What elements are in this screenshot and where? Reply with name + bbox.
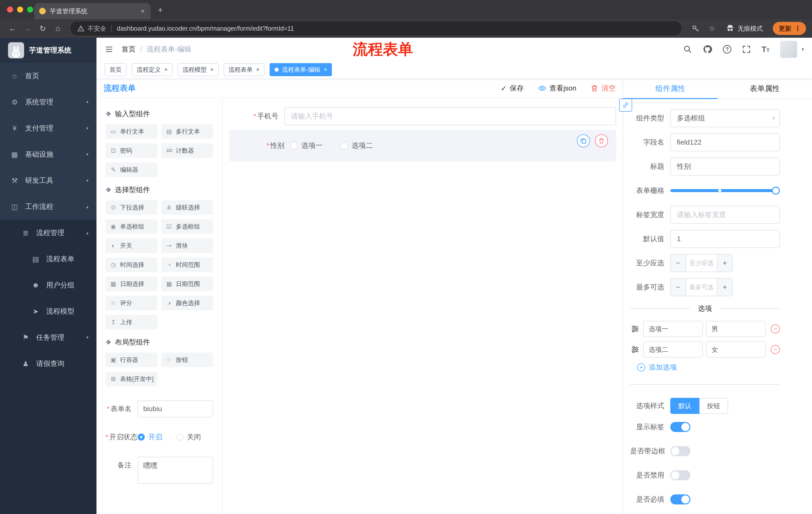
form-remark-textarea[interactable]: 嘿嘿 <box>138 457 213 484</box>
view-json-button[interactable]: 查看json <box>538 83 576 93</box>
title-input[interactable] <box>670 157 780 175</box>
tab-form-props[interactable]: 表单属性 <box>718 79 812 99</box>
sidebar-item-task-management[interactable]: ⚑任务管理▾ <box>0 324 96 351</box>
palette-item[interactable]: ◉单选框组 <box>106 219 157 234</box>
field-name-input[interactable] <box>670 133 780 152</box>
window-zoom-button[interactable] <box>27 6 33 12</box>
drag-handle-icon[interactable] <box>630 324 640 334</box>
palette-item[interactable]: ↥上传 <box>106 315 157 329</box>
new-tab-button[interactable]: + <box>158 5 163 15</box>
palette-item[interactable]: ⋔级联选择 <box>161 200 213 215</box>
sidebar-item-leave-query[interactable]: ♟请假查询 <box>0 351 96 377</box>
palette-item[interactable]: ▣行容器 <box>106 353 157 367</box>
toggle-off[interactable] <box>670 446 690 456</box>
github-icon[interactable] <box>703 45 712 54</box>
sidebar-item-dev-tools[interactable]: ⚒研发工具▾ <box>0 167 96 194</box>
radio-open[interactable]: 开启 <box>138 432 162 442</box>
tag-process-form[interactable]: 流程表单× <box>224 63 265 76</box>
plus-icon[interactable]: + <box>717 279 732 296</box>
min-select-input[interactable] <box>686 254 717 272</box>
tab-close-icon[interactable]: × <box>140 7 146 15</box>
tag-process-form-edit[interactable]: 流程表单-编辑× <box>269 63 332 76</box>
max-select-input[interactable] <box>686 279 717 296</box>
toggle-on[interactable] <box>670 494 690 505</box>
palette-item[interactable]: ☞按钮 <box>161 353 213 367</box>
tag-process-definition[interactable]: 流程定义× <box>132 63 173 76</box>
palette-item[interactable]: ▦日期选择 <box>106 277 157 291</box>
breadcrumb-home[interactable]: 首页 <box>122 45 136 54</box>
forward-icon[interactable]: → <box>21 22 34 35</box>
component-type-value[interactable]: 多选框组 <box>670 109 780 127</box>
close-icon[interactable]: × <box>324 66 327 73</box>
checkbox-icon[interactable] <box>341 142 348 149</box>
sidebar-item-workflow[interactable]: ◫工作流程▴ <box>0 194 96 220</box>
avatar-caret-icon[interactable]: ▾ <box>802 47 804 52</box>
palette-item[interactable]: ⊡密码 <box>106 143 157 158</box>
plus-icon[interactable]: + <box>717 254 732 272</box>
drag-handle-icon[interactable] <box>630 345 640 355</box>
label-width-input[interactable] <box>670 206 780 224</box>
palette-item[interactable]: ⊞表格[开发中] <box>106 372 157 386</box>
sidebar-item-system-management[interactable]: ⚙系统管理▾ <box>0 89 96 115</box>
checkbox-option-2[interactable]: 选项二 <box>341 141 373 151</box>
add-option-button[interactable]: + 添加选项 <box>637 362 780 372</box>
checkbox-option-1[interactable]: 选项一 <box>290 141 323 151</box>
palette-item[interactable]: ⊸滑块 <box>161 238 213 253</box>
toggle-off[interactable] <box>670 470 690 480</box>
palette-item[interactable]: 123计数器 <box>161 143 213 158</box>
hamburger-icon[interactable] <box>105 45 114 54</box>
toggle-on[interactable] <box>670 422 690 432</box>
address-bar[interactable]: 不安全 dashboard.yudao.iocoder.cn/bpm/manag… <box>70 21 682 35</box>
tag-process-model[interactable]: 流程模型× <box>178 63 219 76</box>
palette-item[interactable]: ◐开关 <box>106 238 157 253</box>
clear-button[interactable]: 清空 <box>590 83 615 93</box>
reload-icon[interactable]: ↻ <box>36 22 49 35</box>
palette-item[interactable]: ▭单行文本 <box>106 124 157 139</box>
browser-menu-icon[interactable]: ⋮ <box>794 25 801 32</box>
window-close-button[interactable] <box>7 6 13 12</box>
copy-component-button[interactable] <box>577 134 590 147</box>
palette-item[interactable]: ▩日期范围 <box>161 277 213 291</box>
remove-option-icon[interactable]: − <box>771 324 780 333</box>
palette-item[interactable]: ◑颜色选择 <box>161 296 213 310</box>
grid-slider[interactable] <box>670 189 776 192</box>
browser-home-icon[interactable]: ⌂ <box>51 22 64 35</box>
form-name-input[interactable] <box>138 400 213 417</box>
style-button-button[interactable]: 按钮 <box>699 398 728 414</box>
option-value-input[interactable] <box>706 321 766 337</box>
palette-item[interactable]: ✎编辑器 <box>106 162 157 177</box>
link-icon[interactable] <box>619 99 632 112</box>
option-value-input[interactable] <box>706 342 766 358</box>
close-icon[interactable]: × <box>164 66 168 73</box>
option-name-input[interactable] <box>643 342 703 358</box>
drawing-canvas[interactable]: *手机号 *性别 选项一 <box>223 98 622 514</box>
palette-item[interactable]: ▤多行文本 <box>161 124 213 139</box>
radio-closed[interactable]: 关闭 <box>176 432 201 442</box>
close-icon[interactable]: × <box>256 66 260 73</box>
browser-tab[interactable]: 芋道管理系统 × <box>34 3 151 19</box>
security-label[interactable]: 不安全 <box>87 24 106 33</box>
slider-knob[interactable] <box>772 187 780 195</box>
palette-item[interactable]: ◷时间选择 <box>106 258 157 272</box>
sidebar-item-infrastructure[interactable]: ▦基础设施▾ <box>0 141 96 167</box>
save-button[interactable]: ✓ 保存 <box>501 83 524 93</box>
minus-icon[interactable]: − <box>671 279 686 296</box>
tab-component-props[interactable]: 组件属性 <box>623 79 718 99</box>
sidebar-logo[interactable]: 芋道管理系统 <box>0 38 96 63</box>
password-key-icon[interactable] <box>691 24 700 33</box>
fullscreen-icon[interactable] <box>742 45 751 54</box>
phone-field-row[interactable]: *手机号 <box>229 107 616 125</box>
back-icon[interactable]: ← <box>6 22 19 35</box>
close-icon[interactable]: × <box>210 66 213 73</box>
sidebar-item-process-model[interactable]: ➤流程模型 <box>0 298 96 324</box>
checkbox-icon[interactable] <box>290 142 297 149</box>
component-type-select[interactable]: 多选框组 ▾ <box>670 109 780 127</box>
sidebar-item-user-group[interactable]: ☻用户分组 <box>0 272 96 298</box>
remove-option-icon[interactable]: − <box>771 345 780 354</box>
help-icon[interactable]: ? <box>723 45 731 54</box>
option-name-input[interactable] <box>643 321 703 337</box>
browser-update-button[interactable]: 更新 ⋮ <box>773 22 806 35</box>
sidebar-item-process-management[interactable]: ≣流程管理▴ <box>0 220 96 246</box>
style-default-button[interactable]: 默认 <box>670 398 699 414</box>
search-icon[interactable] <box>683 45 692 54</box>
